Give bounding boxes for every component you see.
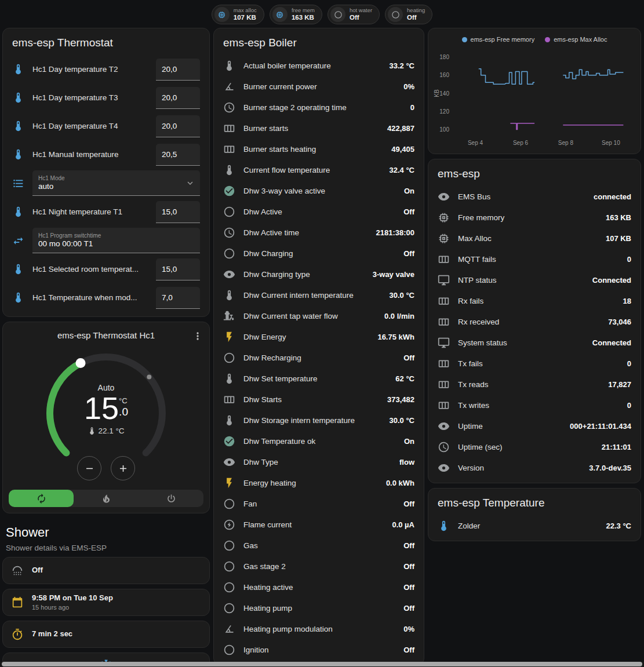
shower-item-primary: Off: [32, 566, 43, 575]
entity-row-dhw-energy[interactable]: Dhw Energy16.75 kWh: [214, 326, 424, 347]
entity-row-dhw-current-intern-temperature[interactable]: Dhw Current intern temperature30.0 °C: [214, 285, 424, 305]
entity-row-hc1-mode[interactable]: Hc1 Modeauto: [3, 169, 209, 198]
entity-row-rx-fails[interactable]: Rx fails18: [428, 290, 641, 311]
counter-icon: [438, 295, 450, 307]
emsesp-rows: EMS BusconnectedFree memory163 KBMax All…: [428, 186, 641, 483]
monitor-icon: [438, 337, 450, 349]
entity-row-current-flow-temperature[interactable]: Current flow temperature32.4 °C: [214, 159, 424, 180]
badge-heating[interactable]: heatingOff: [385, 5, 432, 24]
entity-row-tx-writes[interactable]: Tx writes0: [428, 395, 641, 415]
shower-title: Shower: [6, 525, 206, 540]
entity-value: 163 KB: [606, 213, 631, 222]
entity-row-dhw-temperature-ok[interactable]: Dhw Temperature okOn: [214, 431, 424, 451]
entity-row-heating-pump[interactable]: Heating pumpOff: [214, 597, 424, 618]
hvac-mode-off-button[interactable]: [139, 490, 203, 507]
entity-row-hc1-day-temperature-t3[interactable]: Hc1 Day temperature T320,0: [3, 83, 209, 112]
badge-max-alloc[interactable]: max alloc107 KB: [212, 5, 264, 24]
entity-row-dhw-active[interactable]: Dhw ActiveOff: [214, 201, 424, 222]
horizontal-scrollbar-track[interactable]: [0, 662, 644, 667]
entity-row-dhw-recharging[interactable]: Dhw RechargingOff: [214, 347, 424, 368]
badge-free-mem[interactable]: free mem163 KB: [270, 5, 322, 24]
legend-item-ems-esp-max-alloc[interactable]: ems-esp Max Alloc: [545, 36, 607, 43]
entity-row-energy-heating[interactable]: Energy heating0.0 kWh: [214, 472, 424, 493]
entity-row-burner-starts[interactable]: Burner starts422,887: [214, 118, 424, 138]
entity-label: Uptime: [458, 422, 562, 431]
entity-label: NTP status: [458, 276, 584, 285]
dots-vertical-icon: [192, 330, 203, 342]
number-input[interactable]: 15,0: [156, 201, 200, 223]
entity-row-dhw-charging[interactable]: Dhw ChargingOff: [214, 243, 424, 264]
entity-value: 3.7.0-dev.35: [589, 464, 631, 472]
entity-row-dhw-type[interactable]: Dhw Typeflow: [214, 451, 424, 472]
entity-row-hc1-temperature-when-mod[interactable]: Hc1 Temperature when mod...7,0: [3, 283, 209, 312]
entity-row-hc1-day-temperature-t2[interactable]: Hc1 Day temperature T220,0: [3, 55, 209, 83]
badge-hot-water[interactable]: hot waterOff: [328, 5, 380, 24]
entity-row-tx-reads[interactable]: Tx reads17,827: [428, 374, 641, 395]
badge-label: hot water: [350, 8, 372, 14]
legend-item-ems-esp-free-memory[interactable]: ems-esp Free memory: [462, 36, 535, 43]
entity-row-fan[interactable]: FanOff: [214, 493, 424, 514]
dial-handle[interactable]: [76, 358, 86, 368]
number-input[interactable]: 20,5: [156, 144, 200, 166]
number-input[interactable]: 20,0: [156, 59, 200, 81]
chip-icon: [217, 10, 226, 19]
number-input[interactable]: 20,0: [156, 87, 200, 109]
hvac-mode-heat-button[interactable]: [74, 490, 139, 507]
temp-increase-button[interactable]: [111, 456, 135, 480]
entity-row-version[interactable]: Version3.7.0-dev.35: [428, 457, 641, 478]
entity-row-actual-boiler-temperature[interactable]: Actual boiler temperature33.2 °C: [214, 55, 424, 76]
entity-row-hc1-day-temperature-t4[interactable]: Hc1 Day temperature T420,0: [3, 112, 209, 140]
horizontal-scrollbar-thumb[interactable]: [2, 662, 642, 666]
entity-row-burner-current-power[interactable]: Burner current power0%: [214, 76, 424, 97]
number-input[interactable]: 7,0: [156, 287, 200, 309]
hvac-mode-auto-button[interactable]: [9, 490, 74, 507]
entity-row-hc1-selected-room-temperat[interactable]: Hc1 Selected room temperat...15,0: [3, 255, 209, 283]
entity-row-rx-received[interactable]: Rx received73,046: [428, 311, 641, 332]
entity-row-hc1-manual-temperature[interactable]: Hc1 Manual temperature20,5: [3, 140, 209, 169]
number-input[interactable]: 15,0: [156, 258, 200, 280]
entity-row-dhw-current-tap-water-flow[interactable]: Dhw Current tap water flow0.0 l/min: [214, 305, 424, 326]
entity-label: Rx received: [458, 318, 600, 326]
more-menu-button[interactable]: [191, 329, 205, 343]
entity-row-max-alloc[interactable]: Max Alloc107 KB: [428, 228, 641, 249]
entity-row-tx-fails[interactable]: Tx fails0: [428, 353, 641, 374]
shower-item[interactable]: 9:58 PM on Tue 10 Sep15 hours ago: [3, 589, 209, 615]
entity-row-dhw-storage-intern-temperature[interactable]: Dhw Storage intern temperature30.0 °C: [214, 410, 424, 431]
entity-row-hc1-program-switchtime[interactable]: Hc1 Program switchtime00 mo 00:00 T1: [3, 226, 209, 255]
entity-value: 30.0 °C: [389, 291, 414, 300]
entity-row-zolder[interactable]: Zolder22.3 °C: [428, 515, 641, 536]
entity-row-gas-stage-2[interactable]: Gas stage 2Off: [214, 556, 424, 577]
entity-row-uptime-sec[interactable]: Uptime (sec)21:11:01: [428, 436, 641, 457]
entity-row-ntp-status[interactable]: NTP statusConnected: [428, 269, 641, 290]
entity-row-burner-stage-2-operating-time[interactable]: Burner stage 2 operating time0: [214, 97, 424, 118]
entity-row-dhw-set-temperature[interactable]: Dhw Set temperature62 °C: [214, 368, 424, 389]
entity-row-gas[interactable]: GasOff: [214, 535, 424, 556]
entity-label: Dhw Active time: [243, 228, 368, 237]
entity-row-uptime[interactable]: Uptime000+21:11:01.434: [428, 415, 641, 436]
entity-row-ignition[interactable]: IgnitionOff: [214, 639, 424, 660]
select-input[interactable]: Hc1 Modeauto: [32, 170, 200, 196]
entity-row-hc1-night-temperature-t1[interactable]: Hc1 Night temperature T115,0: [3, 198, 209, 226]
entity-row-burner-starts-heating[interactable]: Burner starts heating49,405: [214, 138, 424, 159]
entity-row-system-status[interactable]: System statusConnected: [428, 332, 641, 353]
entity-row-dhw-charging-type[interactable]: Dhw Charging type3-way valve: [214, 264, 424, 285]
entity-value: 32.4 °C: [389, 166, 414, 174]
entity-row-dhw-3-way-valve-active[interactable]: Dhw 3-way valve activeOn: [214, 180, 424, 201]
entity-row-dhw-starts[interactable]: Dhw Starts373,482: [214, 389, 424, 410]
number-input[interactable]: 20,0: [156, 115, 200, 137]
card-title: ems-esp Thermostat: [3, 28, 209, 55]
entity-row-ems-bus[interactable]: EMS Busconnected: [428, 186, 641, 207]
entity-row-heating-active[interactable]: Heating activeOff: [214, 577, 424, 597]
entity-label: Gas: [243, 541, 395, 550]
entity-row-dhw-active-time[interactable]: Dhw Active time2181:38:00: [214, 222, 424, 243]
svg-text:Sep 8: Sep 8: [558, 140, 574, 146]
shower-item[interactable]: 7 min 2 sec: [3, 621, 209, 647]
entity-row-flame-current[interactable]: Flame current0.0 µA: [214, 514, 424, 535]
text-input[interactable]: Hc1 Program switchtime00 mo 00:00 T1: [32, 228, 200, 253]
entity-row-free-memory[interactable]: Free memory163 KB: [428, 207, 641, 228]
shower-item[interactable]: Off: [3, 557, 209, 584]
entity-row-heating-pump-modulation[interactable]: Heating pump modulation0%: [214, 618, 424, 639]
entity-row-mqtt-fails[interactable]: MQTT fails0: [428, 249, 641, 269]
memory-history-chart[interactable]: 100120140160180Sep 4Sep 6Sep 8Sep 10KB: [433, 47, 635, 150]
temp-decrease-button[interactable]: [77, 456, 101, 480]
